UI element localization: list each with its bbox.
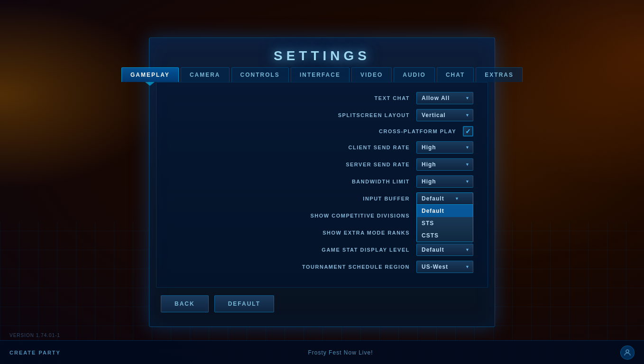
input-buffer-option-sts[interactable]: STS [417, 217, 473, 229]
label-client-send-rate: CLIENT SEND RATE [305, 145, 410, 150]
label-show-competitive-divisions: SHOW COMPETITIVE DIVISIONS [305, 213, 410, 218]
bottom-buttons: BACK DEFAULT [149, 288, 495, 312]
dropdown-wrapper-game-stat: Default Minimal Full [416, 244, 473, 256]
setting-text-chat: TEXT CHAT Allow All Team Only Disabled [171, 92, 473, 104]
tab-audio[interactable]: AUDIO [394, 67, 435, 82]
setting-server-send-rate: SERVER SEND RATE High Medium Low [171, 158, 473, 171]
label-tournament-region: TOURNAMENT SCHEDULE REGION [302, 264, 410, 270]
setting-input-buffer: INPUT BUFFER Default ▼ Default STS CSTS [171, 192, 473, 205]
dropdown-wrapper-server-send-rate: High Medium Low [416, 158, 473, 171]
tab-bar: GAMEPLAY CAMERA CONTROLS INTERFACE VIDEO… [149, 67, 495, 82]
tab-interface[interactable]: INTERFACE [291, 67, 350, 82]
setting-tournament-region: TOURNAMENT SCHEDULE REGION US-West US-Ea… [171, 261, 473, 273]
tab-controls[interactable]: CONTROLS [231, 67, 289, 82]
dropdown-wrapper-bandwidth-limit: High Medium Low [416, 175, 473, 188]
default-button[interactable]: DEFAULT [214, 295, 274, 312]
select-server-send-rate[interactable]: High Medium Low [416, 158, 473, 171]
setting-splitscreen-layout: SPLITSCREEN LAYOUT Vertical Horizontal [171, 109, 473, 121]
input-buffer-option-default[interactable]: Default [417, 205, 473, 217]
checkbox-cross-platform[interactable]: ✓ [463, 126, 473, 136]
user-icon[interactable] [620, 346, 635, 360]
gameplay-tab-content: TEXT CHAT Allow All Team Only Disabled S… [156, 82, 488, 288]
select-text-chat[interactable]: Allow All Team Only Disabled [416, 92, 473, 104]
select-client-send-rate[interactable]: High Medium Low [416, 141, 473, 154]
back-button[interactable]: BACK [161, 295, 209, 312]
label-cross-platform: CROSS-PLATFORM PLAY [352, 128, 456, 134]
input-buffer-arrow-icon: ▼ [455, 196, 460, 201]
tab-extras[interactable]: EXTRAS [476, 67, 523, 82]
input-buffer-value: Default [422, 195, 444, 202]
checkmark-cross-platform: ✓ [465, 127, 471, 135]
select-bandwidth-limit[interactable]: High Medium Low [416, 175, 473, 188]
tab-video[interactable]: VIDEO [351, 67, 392, 82]
dropdown-wrapper-text-chat: Allow All Team Only Disabled [416, 92, 473, 104]
setting-cross-platform: CROSS-PLATFORM PLAY ✓ [171, 126, 473, 136]
dropdown-wrapper-client-send-rate: High Medium Low [416, 141, 473, 154]
tab-camera[interactable]: CAMERA [181, 67, 230, 82]
select-game-stat-display-level[interactable]: Default Minimal Full [416, 244, 473, 256]
label-splitscreen-layout: SPLITSCREEN LAYOUT [305, 112, 410, 118]
setting-client-send-rate: CLIENT SEND RATE High Medium Low [171, 141, 473, 154]
input-buffer-dropdown-btn[interactable]: Default ▼ [416, 192, 473, 205]
tab-gameplay[interactable]: GAMEPLAY [121, 67, 179, 82]
dropdown-wrapper-splitscreen: Vertical Horizontal [416, 109, 473, 121]
setting-bandwidth-limit: BANDWIDTH LIMIT High Medium Low [171, 175, 473, 188]
settings-modal: SETTINGS GAMEPLAY CAMERA CONTROLS INTERF… [149, 37, 495, 327]
tab-chat[interactable]: CHAT [437, 67, 474, 82]
input-buffer-dropdown-list: Default STS CSTS [416, 205, 473, 242]
label-input-buffer: INPUT BUFFER [305, 196, 410, 201]
modal-title: SETTINGS [149, 38, 495, 67]
label-game-stat-display-level: GAME STAT DISPLAY LEVEL [305, 247, 410, 253]
news-ticker: Frosty Fest Now Live! [308, 349, 373, 356]
overlay: SETTINGS GAMEPLAY CAMERA CONTROLS INTERF… [0, 0, 644, 364]
label-text-chat: TEXT CHAT [305, 95, 410, 101]
label-show-extra-mode-ranks: SHOW EXTRA MODE RANKS [305, 230, 410, 236]
select-splitscreen-layout[interactable]: Vertical Horizontal [416, 109, 473, 121]
svg-point-0 [626, 350, 629, 353]
select-tournament-region[interactable]: US-West US-East EU [416, 261, 473, 273]
bottom-bar: CREATE PARTY Frosty Fest Now Live! [0, 340, 644, 364]
create-party-button[interactable]: CREATE PARTY [9, 350, 61, 355]
input-buffer-option-csts[interactable]: CSTS [417, 229, 473, 242]
input-buffer-dropdown-container: Default ▼ Default STS CSTS [416, 192, 473, 205]
setting-game-stat-display-level: GAME STAT DISPLAY LEVEL Default Minimal … [171, 244, 473, 256]
label-bandwidth-limit: BANDWIDTH LIMIT [305, 179, 410, 184]
label-server-send-rate: SERVER SEND RATE [305, 162, 410, 167]
dropdown-wrapper-tournament-region: US-West US-East EU [416, 261, 473, 273]
